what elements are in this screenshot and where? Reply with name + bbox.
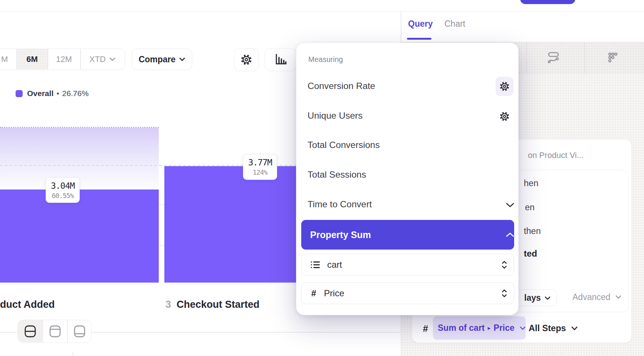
bar-conversion: 124%	[253, 168, 267, 176]
layout-split-rows-icon	[24, 325, 36, 337]
sum-chip-separator: ▸	[488, 324, 491, 332]
unique-users-settings-button[interactable]	[498, 110, 511, 123]
bar-value-card[interactable]: 3.77M 124%	[243, 154, 277, 180]
step-name: Checkout Started	[177, 299, 260, 310]
tab-query-label: Query	[408, 19, 433, 29]
layout-toggle-group	[17, 320, 92, 343]
measuring-menu: Measuring Conversion Rate Unique Users	[296, 43, 519, 315]
time-range-6m[interactable]: 6M	[17, 49, 47, 69]
toolbar-divider	[526, 42, 527, 73]
gear-icon	[499, 111, 510, 122]
funnel-bar-product-added[interactable]	[0, 189, 159, 283]
chart-settings-button[interactable]	[234, 48, 259, 71]
table-column-divider	[73, 352, 73, 356]
all-steps-label: All Steps	[529, 323, 566, 333]
compare-button-label: Compare	[139, 55, 176, 65]
menu-item-conversion-rate[interactable]: Conversion Rate	[296, 72, 519, 101]
delay-dropdown-label: lays	[524, 293, 541, 303]
dot-funnel-icon	[607, 52, 618, 63]
step-row-fragment: then	[524, 226, 541, 236]
menu-item-label: Conversion Rate	[308, 81, 375, 91]
step-number: 3	[165, 299, 171, 310]
list-property-icon	[310, 261, 320, 269]
top-header	[0, 0, 644, 11]
step-card-title: on Product Vi...	[528, 151, 584, 160]
chevron-up-icon	[506, 233, 515, 237]
chevron-down-icon	[179, 57, 185, 61]
chart-type-button[interactable]	[264, 48, 297, 71]
legend-swatch	[16, 90, 23, 97]
flows-icon	[548, 52, 559, 63]
menu-item-unique-users[interactable]: Unique Users	[296, 101, 519, 131]
time-range-3m-label: M	[1, 55, 8, 64]
sum-property-chip[interactable]: Sum of cart ▸ Price	[433, 316, 526, 340]
conversion-rate-settings-button[interactable]	[496, 77, 513, 96]
chart-legend[interactable]: Overall • 26.76%	[16, 89, 89, 98]
menu-item-time-to-convert[interactable]: Time to Convert	[296, 190, 519, 220]
tab-chart[interactable]: Chart	[444, 18, 465, 29]
layout-toggle-footer-bottom[interactable]	[68, 320, 91, 342]
histogram-icon	[275, 54, 287, 66]
bar-value: 3.04M	[51, 181, 75, 191]
layout-footer-bottom-icon	[74, 325, 85, 337]
legend-conversion-value: 26.76%	[62, 89, 89, 98]
step-row-fragment: en	[525, 202, 535, 212]
numeric-property-select-field[interactable]: # Price	[301, 282, 514, 304]
menu-item-label: Total Sessions	[308, 169, 366, 180]
gear-icon	[499, 81, 510, 92]
bar-conversion: 60.55%	[52, 192, 73, 200]
tab-query[interactable]: Query	[408, 18, 433, 29]
chevron-down-icon	[571, 326, 578, 330]
menu-item-total-sessions[interactable]: Total Sessions	[296, 160, 519, 190]
tab-chart-label: Chart	[444, 19, 465, 29]
layout-toggle-header-top[interactable]	[43, 320, 67, 342]
time-range-12m-label: 12M	[56, 55, 72, 64]
updown-stepper-icon	[502, 289, 507, 297]
flows-view-button[interactable]	[539, 46, 568, 69]
chevron-down-icon	[506, 202, 515, 207]
tab-query-underline	[407, 38, 431, 40]
layout-header-top-icon	[49, 325, 61, 337]
chevron-down-icon	[615, 295, 621, 299]
property-select-field[interactable]: cart	[301, 254, 514, 276]
legend-series-label: Overall	[27, 89, 53, 98]
sum-chip-property: Price	[494, 323, 515, 333]
advanced-dropdown[interactable]: Advanced	[572, 291, 621, 303]
time-range-6m-label: 6M	[26, 55, 38, 64]
step-row-fragment: ted	[524, 248, 537, 259]
chevron-down-icon	[545, 296, 551, 300]
time-range-3m[interactable]: M	[0, 49, 16, 69]
bar-value: 3.77M	[248, 158, 272, 167]
time-range-xtd-label: XTD	[89, 55, 106, 64]
menu-item-total-conversions[interactable]: Total Conversions	[296, 131, 519, 160]
updown-stepper-icon	[502, 261, 507, 269]
property-select-value: cart	[327, 260, 342, 270]
bar-value-card[interactable]: 3.04M 60.55%	[46, 177, 80, 203]
menu-item-label: Time to Convert	[308, 199, 372, 210]
breakdown-view-button[interactable]	[598, 46, 628, 69]
step-row-fragment: hen	[524, 178, 538, 188]
chevron-down-icon	[520, 326, 526, 330]
step-label-checkout-started: 3 Checkout Started	[165, 299, 260, 310]
legend-separator: •	[56, 89, 59, 98]
time-range-xtd[interactable]: XTD	[80, 49, 124, 69]
menu-item-label: Unique Users	[308, 111, 362, 121]
all-steps-dropdown[interactable]: All Steps	[529, 322, 578, 334]
menu-item-label: Total Conversions	[308, 140, 380, 150]
toolbar-divider	[584, 42, 585, 73]
gear-icon	[240, 53, 253, 66]
time-range-12m[interactable]: 12M	[48, 49, 80, 69]
numeric-property-select-value: Price	[324, 288, 344, 299]
time-range-selector: M 6M 12M XTD	[0, 49, 125, 70]
numeric-symbol: #	[423, 323, 428, 334]
advanced-label: Advanced	[572, 292, 610, 302]
measuring-menu-title: Measuring	[308, 55, 343, 64]
compare-button[interactable]: Compare	[132, 49, 192, 70]
layout-toggle-split-rows[interactable]	[18, 320, 42, 342]
app-root: M 6M 12M XTD Compare	[0, 0, 644, 356]
chevron-down-icon	[109, 57, 115, 61]
sum-chip-prefix: Sum of cart	[438, 323, 485, 333]
hash-icon: #	[311, 288, 316, 299]
primary-action-button[interactable]	[520, 0, 575, 4]
menu-item-property-sum[interactable]: Property Sum	[301, 220, 514, 250]
